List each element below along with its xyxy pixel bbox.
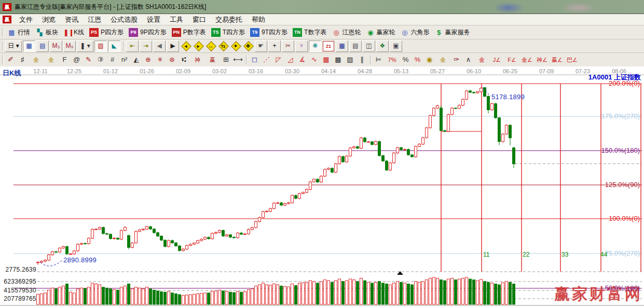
notes-button[interactable]: ▤	[349, 41, 362, 52]
zoom-in-button[interactable]: ⇆	[217, 41, 229, 51]
hand-tool-button[interactable]: ☛	[255, 41, 267, 52]
circle-3-tool[interactable]: ③	[95, 55, 106, 65]
measure-scale-tool[interactable]: ⊨	[373, 55, 384, 65]
crosshair-button[interactable]: +	[268, 41, 281, 52]
gann-shape-button[interactable]: ♆	[295, 41, 308, 52]
smart-analysis-button[interactable]: ❋	[309, 41, 321, 52]
pattern-grid-button[interactable]: ▨	[94, 41, 107, 52]
wave-tool[interactable]: ∧	[463, 55, 474, 65]
spiral-tool[interactable]: @	[71, 55, 82, 65]
menu-item-2[interactable]: 浏览	[37, 15, 60, 24]
winner-service-button[interactable]: $赢家服务	[434, 28, 470, 37]
hash-tool[interactable]: #	[107, 55, 118, 65]
candle-body	[70, 254, 72, 255]
angle-gold-tool[interactable]: 金∠	[520, 55, 534, 65]
t-square-button[interactable]: TST四方形	[211, 28, 245, 37]
percent-7-tool[interactable]: 7%	[385, 55, 399, 65]
shen-lines-tool[interactable]: 神	[190, 55, 204, 65]
info-panel-button[interactable]: ▤	[36, 41, 49, 52]
percent-tool[interactable]: %	[400, 55, 411, 65]
eraser-knife-tool[interactable]: ✐	[5, 55, 16, 65]
quotes-button[interactable]: ▦行情	[7, 28, 30, 37]
sectors-button[interactable]: ▚板块	[35, 28, 58, 37]
grid-lines-tool[interactable]: ♯	[17, 55, 28, 65]
period-day-selector[interactable]: 日 ▾	[5, 41, 22, 52]
menu-item-5[interactable]: 公式选股	[106, 15, 142, 24]
percent-line-tool[interactable]: %	[412, 55, 423, 65]
fan-box-tool[interactable]: ◸	[273, 55, 284, 65]
menu-item-1[interactable]: 文件	[15, 15, 37, 24]
menu-item-8[interactable]: 窗口	[188, 15, 211, 24]
angle-a-tool[interactable]: ◭	[131, 55, 142, 65]
grid-pen-tool[interactable]: ▨	[345, 55, 355, 65]
fan-box-filled-tool[interactable]: ◿	[285, 55, 296, 65]
annotate-cut-button[interactable]: ✂	[282, 41, 294, 52]
n-squared-tool[interactable]: n²	[119, 55, 130, 65]
brush-tool[interactable]: ✑	[451, 55, 462, 65]
volume-bar	[117, 290, 119, 304]
t-number-table-button[interactable]: TNT数字表	[293, 28, 326, 37]
gold-red-tool[interactable]: 金	[475, 55, 489, 65]
width-arrow-tool[interactable]: ⟷	[232, 55, 243, 65]
tick-mark-tool[interactable]: ⑆	[179, 55, 189, 65]
chart-area[interactable]: 日K线 1A0001 上证指数 2890.8999 5178.1899 赢家财富…	[0, 66, 644, 307]
angle-j-tool[interactable]: J∠	[490, 55, 504, 65]
red-pencil-tool[interactable]: ✎	[83, 55, 94, 65]
nine-p-square-button[interactable]: P99P四方形	[129, 28, 167, 37]
skip-end-button[interactable]: ⇥	[140, 41, 152, 52]
data-download-button[interactable]: ❖	[376, 41, 389, 52]
blue-rect-tool[interactable]: ◻	[249, 55, 260, 65]
grid-123-tool[interactable]: ⊞	[221, 55, 231, 65]
gann-compass-tool[interactable]: ⊕	[143, 55, 154, 65]
expand-button[interactable]: ✥	[242, 41, 254, 51]
hexagon-button[interactable]: ◎六角形	[400, 28, 429, 37]
three-pane-button[interactable]: M₃	[50, 41, 62, 52]
gold-lines-tool[interactable]: 金	[436, 55, 450, 65]
gann-star-tool[interactable]: ✳	[155, 55, 166, 65]
gann-web-tool[interactable]: ⊛	[167, 55, 177, 65]
fibonacci-tool[interactable]: F	[59, 55, 70, 65]
zoom-out-button[interactable]: ↔	[205, 41, 216, 51]
zigzag-tool[interactable]: ∿	[309, 55, 320, 65]
next-bar-button[interactable]: ▶	[167, 41, 179, 52]
angle-ying-tool[interactable]: 赢∠	[550, 55, 564, 65]
nine-pane-button[interactable]: M₉	[63, 41, 76, 52]
red-grid-tool[interactable]: ▦	[321, 55, 332, 65]
p-number-table-button[interactable]: PNP数字表	[172, 28, 206, 37]
golden-section-v-tool[interactable]: 金	[44, 55, 58, 65]
menu-item-10[interactable]: 帮助	[247, 15, 270, 24]
export-button[interactable]: ▣	[390, 41, 402, 52]
save-button[interactable]: ◫	[363, 41, 375, 52]
prev-bar-button[interactable]: ◀	[153, 41, 166, 52]
angle-shen-tool[interactable]: 神∠	[535, 55, 549, 65]
menu-item-6[interactable]: 设置	[142, 15, 165, 24]
angle-f-tool[interactable]: F∠	[505, 55, 519, 65]
fan-lines-tool[interactable]: ⋰	[261, 55, 272, 65]
golden-section-h-tool[interactable]: 金	[29, 55, 43, 65]
parallel-lines-tool[interactable]: ∥	[357, 55, 367, 65]
gold-circle-tool[interactable]: ◉	[424, 55, 435, 65]
candle-style-selector[interactable]: ❚ ▾	[77, 41, 93, 52]
skip-start-button[interactable]: ⇤	[126, 41, 139, 52]
winner-wheel-button[interactable]: ◉赢家轮	[366, 28, 395, 37]
gann-wheel-button[interactable]: ◎江恩轮	[332, 28, 361, 37]
menu-item-7[interactable]: 工具	[165, 15, 188, 24]
small-fan-tool[interactable]: ∡	[297, 55, 308, 65]
compress-button[interactable]: ✦	[230, 41, 241, 51]
black-grid-tool[interactable]: ▩	[333, 55, 344, 65]
kline-button[interactable]: ❚❚K线	[63, 28, 84, 37]
menu-item-3[interactable]: 资讯	[60, 15, 83, 24]
menu-item-9[interactable]: 交易委托	[211, 15, 247, 24]
menu-item-4[interactable]: 江恩	[83, 15, 106, 24]
calculator-button[interactable]: ▦	[336, 41, 348, 52]
ying-lines-tool[interactable]: 赢	[205, 55, 220, 65]
window-layout-button[interactable]: ▦	[23, 41, 35, 52]
nine-t-square-button[interactable]: T99T四方形	[250, 28, 287, 37]
profile-chart-button[interactable]: ◣	[108, 41, 120, 52]
calendar-button[interactable]: 21	[323, 41, 334, 51]
shift-left-button[interactable]: ◂	[180, 41, 191, 51]
p-square-button[interactable]: PSP四方形	[89, 28, 124, 37]
angle-ba-tool[interactable]: 巴∠	[565, 55, 579, 65]
shift-right-button[interactable]: ▸	[193, 41, 204, 51]
candle-body	[498, 118, 501, 142]
